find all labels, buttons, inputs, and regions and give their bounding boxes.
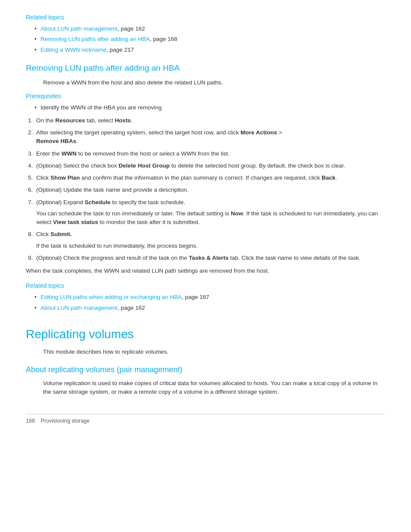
link-editing-lun-paths[interactable]: Editing LUN paths when adding or exchang… xyxy=(40,294,182,300)
footer: 168 Provisioning storage xyxy=(26,414,385,425)
related-topics-1-list: About LUN path management, page 162 Remo… xyxy=(34,25,385,54)
about-replicating-heading: About replicating volumes (pair manageme… xyxy=(26,364,385,376)
step-9: (Optional) Check the progress and result… xyxy=(34,254,385,262)
related-topics-2-section: Related topics Editing LUN paths when ad… xyxy=(26,281,385,312)
about-replicating-section: About replicating volumes (pair manageme… xyxy=(26,364,385,397)
step-7: (Optional) Expand Schedule to specify th… xyxy=(34,198,385,227)
footer-page-num: 168 xyxy=(26,418,35,424)
link-suffix: , page 168 xyxy=(150,36,177,42)
prerequisites-heading: Prerequisites xyxy=(26,92,385,101)
list-item: Identify the WWN of the HBA you are remo… xyxy=(34,103,385,112)
about-replicating-body: Volume replication is used to make copie… xyxy=(43,379,385,397)
completion-text: When the task completes, the WWN and rel… xyxy=(26,267,385,275)
link-suffix: , page 162 xyxy=(118,305,145,311)
step-2: After selecting the target operating sys… xyxy=(34,128,385,146)
list-item: About LUN path management, page 162 xyxy=(34,25,385,33)
step-3: Enter the WWN to be removed from the hos… xyxy=(34,149,385,158)
step-4: (Optional) Select the check box Delete H… xyxy=(34,162,385,170)
list-item: Editing a WWN nickname, page 217 xyxy=(34,46,385,54)
related-topics-1-section: Related topics About LUN path management… xyxy=(26,13,385,54)
link-suffix: , page 162 xyxy=(118,25,145,32)
link-about-lun-path-mgmt-2[interactable]: About LUN path management xyxy=(40,305,118,311)
step-5: Click Show Plan and confirm that the inf… xyxy=(34,174,385,182)
step-8: Click Submit. If the task is scheduled t… xyxy=(34,230,385,250)
link-removing-lun-paths[interactable]: Removing LUN paths after adding an HBA xyxy=(40,36,150,42)
removing-lun-section: Removing LUN paths after adding an HBA R… xyxy=(26,62,385,87)
removing-lun-intro: Remove a WWN from the host and also dele… xyxy=(43,78,385,87)
replicating-volumes-section: Replicating volumes This module describe… xyxy=(26,325,385,356)
list-item: Editing LUN paths when adding or exchang… xyxy=(34,293,385,302)
related-topics-1-heading: Related topics xyxy=(26,13,385,22)
replicating-volumes-heading: Replicating volumes xyxy=(26,325,385,343)
step-6: (Optional) Update the task name and prov… xyxy=(34,186,385,194)
removing-lun-heading: Removing LUN paths after adding an HBA xyxy=(26,62,385,75)
list-item: About LUN path management, page 162 xyxy=(34,304,385,312)
link-suffix: , page 167 xyxy=(182,294,209,300)
step-1: On the Resources tab, select Hosts. xyxy=(34,116,385,125)
step-8-subtext: If the task is scheduled to run immediat… xyxy=(36,242,385,250)
link-suffix: , page 217 xyxy=(106,47,134,53)
related-topics-2-list: Editing LUN paths when adding or exchang… xyxy=(34,293,385,312)
related-topics-2-heading: Related topics xyxy=(26,281,385,290)
prerequisites-section: Prerequisites Identify the WWN of the HB… xyxy=(26,92,385,276)
list-item: Removing LUN paths after adding an HBA, … xyxy=(34,35,385,44)
replicating-volumes-intro: This module describes how to replicate v… xyxy=(43,348,385,356)
steps-list: On the Resources tab, select Hosts. Afte… xyxy=(34,116,385,262)
link-about-lun-path-mgmt-1[interactable]: About LUN path management xyxy=(40,25,118,32)
footer-label: Provisioning storage xyxy=(41,418,90,424)
prerequisites-list: Identify the WWN of the HBA you are remo… xyxy=(34,103,385,112)
step-7-subtext: You can schedule the task to run immedia… xyxy=(36,209,385,227)
link-editing-wwn-nickname[interactable]: Editing a WWN nickname xyxy=(40,47,106,53)
